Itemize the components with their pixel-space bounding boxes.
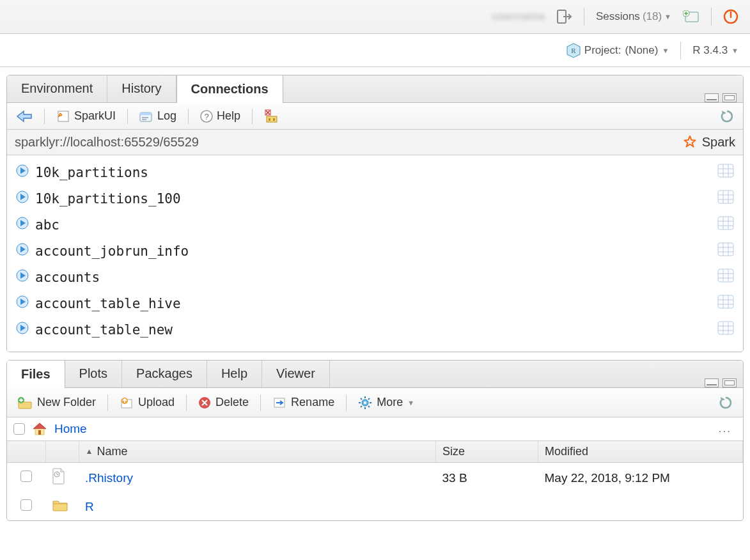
- breadcrumb-more-icon[interactable]: ...: [719, 423, 737, 435]
- expand-icon[interactable]: [16, 322, 29, 338]
- sparkui-button[interactable]: SparkUI: [52, 107, 120, 125]
- connection-table-row[interactable]: abc: [15, 212, 735, 238]
- col-name[interactable]: ▲Name: [79, 441, 436, 463]
- tab-viewer[interactable]: Viewer: [262, 360, 330, 387]
- refresh-icon: [720, 109, 734, 123]
- row-checkbox[interactable]: [20, 499, 32, 511]
- expand-icon[interactable]: [16, 243, 29, 259]
- connection-table-row[interactable]: account_table_hive: [15, 290, 735, 316]
- file-name-link[interactable]: R: [85, 500, 94, 513]
- connections-toolbar: SparkUI Log ? Help: [7, 103, 743, 130]
- rename-button[interactable]: Rename: [269, 394, 338, 411]
- tab-files[interactable]: Files: [7, 361, 65, 388]
- separator: [252, 109, 253, 124]
- expand-icon[interactable]: [16, 164, 29, 180]
- preview-table-icon[interactable]: [717, 242, 734, 260]
- connections-pane: Environment History Connections SparkUI …: [6, 75, 744, 352]
- help-button[interactable]: ? Help: [196, 107, 244, 125]
- tab-help[interactable]: Help: [207, 360, 262, 387]
- project-selector[interactable]: R Project: (None) ▼: [566, 43, 669, 58]
- connection-table-row[interactable]: 10k_partitions: [15, 159, 735, 185]
- disconnect-button[interactable]: [260, 107, 283, 125]
- file-name-link[interactable]: .Rhistory: [85, 471, 133, 485]
- select-all-checkbox[interactable]: [13, 423, 25, 435]
- refresh-button[interactable]: [716, 107, 738, 125]
- maximize-pane-icon[interactable]: [723, 378, 737, 387]
- preview-table-icon[interactable]: [717, 321, 734, 338]
- more-label: More: [377, 396, 403, 409]
- tab-history[interactable]: History: [107, 75, 176, 102]
- rename-label: Rename: [291, 396, 334, 409]
- project-value: (None): [625, 44, 658, 57]
- log-button[interactable]: Log: [136, 107, 180, 125]
- tab-packages[interactable]: Packages: [122, 360, 207, 387]
- col-size[interactable]: Size: [436, 441, 538, 463]
- chevron-down-icon: ▼: [662, 47, 669, 54]
- file-modified: May 22, 2018, 9:12 PM: [538, 463, 743, 494]
- connection-table-list: 10k_partitions10k_partitions_100abcaccou…: [7, 155, 743, 352]
- divider: [711, 8, 712, 26]
- file-size: [436, 493, 538, 520]
- tab-connections[interactable]: Connections: [176, 75, 283, 103]
- maximize-pane-icon[interactable]: [723, 93, 737, 102]
- home-icon[interactable]: [31, 421, 48, 437]
- file-type-icon: [45, 493, 79, 520]
- expand-icon[interactable]: [16, 269, 29, 285]
- minimize-pane-icon[interactable]: [705, 378, 719, 387]
- file-row: R: [7, 493, 743, 520]
- minimize-pane-icon[interactable]: [705, 93, 719, 102]
- username-blurred: username: [492, 10, 545, 23]
- preview-table-icon[interactable]: [717, 268, 734, 286]
- more-dropdown[interactable]: More ▼: [354, 394, 418, 412]
- expand-icon[interactable]: [16, 217, 29, 233]
- table-name: accounts: [35, 270, 100, 285]
- signout-icon[interactable]: [557, 10, 572, 24]
- power-icon[interactable]: [723, 9, 738, 24]
- r-version-selector[interactable]: R 3.4.3 ▼: [692, 44, 738, 57]
- spark-label: Spark: [702, 135, 735, 150]
- connection-table-row[interactable]: account_table_new: [15, 316, 735, 343]
- pane-window-controls: [705, 378, 743, 387]
- separator: [127, 109, 128, 124]
- divider: [584, 8, 584, 26]
- tab-environment[interactable]: Environment: [7, 75, 107, 102]
- table-name: 10k_partitions: [35, 165, 148, 180]
- new-folder-icon: [17, 396, 33, 409]
- preview-table-icon[interactable]: [717, 295, 734, 312]
- col-modified[interactable]: Modified: [538, 441, 743, 463]
- r-version-label: R 3.4.3: [692, 44, 728, 57]
- expand-icon[interactable]: [16, 295, 29, 311]
- refresh-files-button[interactable]: [715, 394, 737, 412]
- svg-text:?: ?: [204, 112, 208, 121]
- project-label: Project:: [584, 44, 621, 57]
- svg-rect-13: [273, 118, 275, 121]
- file-type-icon: [45, 463, 79, 494]
- table-name: account_jobrun_info: [35, 244, 189, 259]
- preview-table-icon[interactable]: [717, 190, 734, 207]
- file-size: 33 B: [436, 463, 538, 494]
- delete-button[interactable]: Delete: [194, 394, 253, 411]
- tab-plots[interactable]: Plots: [65, 360, 122, 387]
- sessions-dropdown[interactable]: Sessions (18) ▼: [596, 10, 671, 23]
- svg-rect-20: [718, 217, 733, 229]
- row-checkbox[interactable]: [20, 471, 32, 482]
- breadcrumb-home[interactable]: Home: [54, 422, 87, 436]
- upload-label: Upload: [138, 396, 175, 409]
- connection-table-row[interactable]: 10k_partitions_100: [15, 185, 735, 212]
- new-folder-button[interactable]: New Folder: [13, 394, 100, 411]
- files-toolbar: New Folder Upload Delete Rename More ▼: [7, 388, 743, 417]
- files-tabstrip: Files Plots Packages Help Viewer: [7, 361, 743, 388]
- expand-icon[interactable]: [16, 191, 29, 206]
- file-modified: [538, 493, 743, 520]
- connection-table-row[interactable]: account_jobrun_info: [15, 238, 735, 264]
- file-row: .Rhistory33 BMay 22, 2018, 9:12 PM: [7, 463, 743, 494]
- rproject-icon: R: [566, 43, 581, 58]
- upload-button[interactable]: Upload: [116, 394, 178, 411]
- back-button[interactable]: [12, 108, 36, 125]
- connection-table-row[interactable]: accounts: [15, 264, 735, 290]
- preview-table-icon[interactable]: [717, 216, 734, 233]
- new-session-icon[interactable]: [683, 10, 699, 23]
- svg-rect-16: [718, 164, 733, 177]
- preview-table-icon[interactable]: [717, 164, 734, 181]
- separator: [346, 394, 347, 411]
